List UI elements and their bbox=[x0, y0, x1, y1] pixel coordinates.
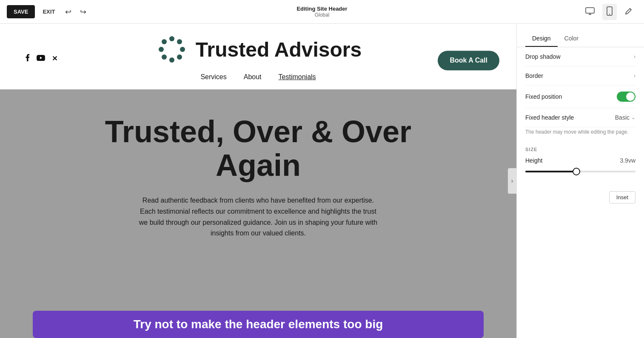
save-button[interactable]: SAVE bbox=[7, 5, 35, 18]
fixed-position-row[interactable]: Fixed position bbox=[525, 86, 635, 108]
fixed-position-toggle[interactable] bbox=[617, 92, 635, 102]
website-preview: ✕ Trusted Advisors bbox=[0, 24, 516, 338]
height-label: Height bbox=[525, 157, 542, 164]
tab-design[interactable]: Design bbox=[525, 31, 558, 47]
nav-testimonials[interactable]: Testimonials bbox=[279, 73, 316, 81]
fixed-header-style-label: Fixed header style bbox=[525, 114, 574, 121]
twitter-x-icon[interactable]: ✕ bbox=[52, 54, 57, 63]
header-social: ✕ bbox=[26, 54, 57, 63]
toolbar-left: SAVE EXIT ↩ ↪ bbox=[7, 5, 89, 19]
panel-section: Drop shadow › Border › Fixed position Fi… bbox=[517, 47, 644, 140]
svg-rect-0 bbox=[586, 8, 594, 13]
mobile-icon bbox=[607, 6, 613, 16]
size-section-label: SIZE bbox=[525, 147, 635, 152]
fixed-header-style-value: Basic ⌄ bbox=[615, 114, 635, 121]
fixed-position-label: Fixed position bbox=[525, 93, 562, 100]
toolbar-right bbox=[581, 4, 637, 20]
book-call-button[interactable]: Book A Call bbox=[438, 51, 499, 70]
tab-color[interactable]: Color bbox=[558, 31, 585, 47]
inset-section: Inset bbox=[517, 186, 644, 209]
redo-button[interactable]: ↪ bbox=[77, 5, 89, 19]
drop-shadow-row[interactable]: Drop shadow › bbox=[525, 47, 635, 66]
inset-button[interactable]: Inset bbox=[609, 191, 635, 203]
undo-button[interactable]: ↩ bbox=[63, 5, 74, 19]
youtube-icon[interactable] bbox=[37, 54, 45, 63]
chevron-right-icon2: › bbox=[634, 73, 635, 79]
svg-point-8 bbox=[180, 47, 185, 52]
logo-text: Trusted Advisors bbox=[196, 38, 362, 61]
svg-point-10 bbox=[177, 54, 182, 60]
site-nav: Services About Testimonials bbox=[200, 73, 316, 89]
height-slider[interactable] bbox=[525, 167, 635, 179]
mobile-view-button[interactable] bbox=[602, 4, 617, 20]
svg-point-4 bbox=[609, 14, 610, 14]
hero-subtitle: Read authentic feedback from clients who… bbox=[135, 195, 382, 238]
border-row[interactable]: Border › bbox=[525, 66, 635, 86]
pen-icon bbox=[624, 7, 633, 15]
chevron-right-icon: › bbox=[634, 54, 635, 60]
fixed-header-style-row[interactable]: Fixed header style Basic ⌄ bbox=[525, 108, 635, 127]
chevron-down-icon: ⌄ bbox=[631, 115, 635, 120]
canvas-area: ✕ Trusted Advisors bbox=[0, 24, 516, 338]
fixed-header-style-text: Basic bbox=[615, 114, 630, 121]
toolbar-center: Editing Site Header Global bbox=[296, 6, 347, 18]
desktop-icon bbox=[585, 7, 595, 15]
design-mode-button[interactable] bbox=[620, 4, 637, 20]
facebook-icon[interactable] bbox=[26, 54, 30, 63]
nav-services[interactable]: Services bbox=[200, 73, 226, 81]
hero-section: Trusted, Over & Over Again Read authenti… bbox=[0, 89, 516, 338]
slider-track bbox=[525, 171, 635, 172]
border-chevron: › bbox=[634, 73, 635, 79]
desktop-view-button[interactable] bbox=[581, 5, 599, 19]
drop-shadow-chevron: › bbox=[634, 54, 635, 60]
svg-point-5 bbox=[169, 36, 174, 41]
slider-thumb[interactable] bbox=[573, 168, 580, 175]
height-row: Height 3.9vw bbox=[525, 157, 635, 164]
svg-point-7 bbox=[159, 47, 164, 52]
logo-icon bbox=[155, 32, 189, 66]
tooltip-banner: Try not to make the header elements too … bbox=[33, 311, 484, 338]
drop-shadow-label: Drop shadow bbox=[525, 53, 561, 60]
exit-button[interactable]: EXIT bbox=[38, 6, 59, 17]
svg-point-6 bbox=[169, 57, 174, 63]
svg-point-12 bbox=[162, 54, 167, 60]
logo-area: Trusted Advisors bbox=[155, 32, 362, 66]
helper-text: The header may move while editing the pa… bbox=[525, 127, 635, 140]
panel-tabs: Design Color bbox=[517, 31, 644, 47]
toolbar: SAVE EXIT ↩ ↪ Editing Site Header Global bbox=[0, 0, 644, 24]
right-panel: Design Color Drop shadow › Border › Fixe bbox=[516, 24, 644, 338]
hero-title: Trusted, Over & Over Again bbox=[85, 115, 431, 182]
nav-about[interactable]: About bbox=[244, 73, 262, 81]
collapse-panel-handle[interactable]: › bbox=[508, 168, 516, 194]
main-layout: ✕ Trusted Advisors bbox=[0, 24, 644, 338]
slider-fill bbox=[525, 171, 575, 172]
editing-subtitle: Global bbox=[296, 12, 347, 18]
border-label: Border bbox=[525, 72, 543, 79]
editing-title: Editing Site Header bbox=[296, 6, 347, 12]
height-value: 3.9vw bbox=[620, 157, 635, 164]
svg-point-11 bbox=[177, 39, 182, 44]
size-section: SIZE Height 3.9vw bbox=[517, 140, 644, 186]
svg-point-9 bbox=[162, 39, 167, 44]
site-header[interactable]: ✕ Trusted Advisors bbox=[0, 24, 516, 89]
